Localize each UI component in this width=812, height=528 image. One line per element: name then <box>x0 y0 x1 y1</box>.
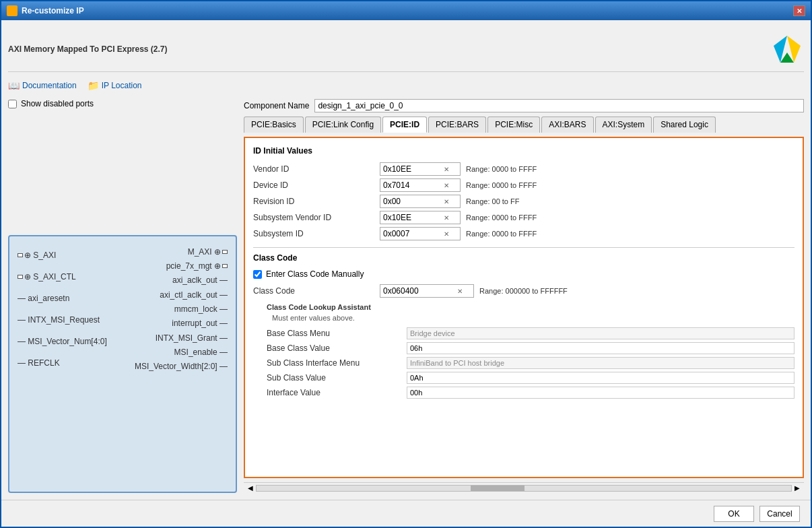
vendor-id-input-wrapper: ✕ <box>380 162 461 176</box>
port-connector <box>222 250 228 254</box>
tab-content-pcie-id: ID Initial Values Vendor ID ✕ Range: 000… <box>244 137 804 478</box>
port-connector <box>18 253 23 257</box>
enter-manually-row: Enter Class Code Manually <box>253 269 794 279</box>
tab-pcie-bars[interactable]: PCIE:BARS <box>428 117 486 133</box>
book-icon: 📖 <box>8 80 20 91</box>
scroll-right-button[interactable]: ▶ <box>792 484 803 492</box>
device-id-clear[interactable]: ✕ <box>444 182 449 189</box>
port-msi-enable: MSI_enable — <box>125 348 228 357</box>
base-class-value-input[interactable] <box>407 342 794 354</box>
subsystem-vendor-id-range: Range: 0000 to FFFF <box>466 213 537 222</box>
lookup-title: Class Code Lookup Assistant <box>267 303 794 311</box>
class-code-field-label: Class Code <box>253 286 374 296</box>
cancel-button[interactable]: Cancel <box>759 506 800 522</box>
ok-button[interactable]: OK <box>714 506 754 522</box>
subsystem-vendor-id-label: Subsystem Vendor ID <box>253 213 374 222</box>
app-title: AXI Memory Mapped To PCI Express (2.7) <box>8 44 168 54</box>
port-msi-vector-width: MSI_Vector_Width[2:0] — <box>125 362 228 371</box>
subsystem-id-input[interactable] <box>383 229 444 238</box>
interface-value-label: Interface Value <box>267 388 401 397</box>
device-id-input[interactable] <box>383 180 444 190</box>
component-name-row: Component Name <box>244 99 804 112</box>
scroll-left-button[interactable]: ◀ <box>245 484 256 492</box>
tab-shared-logic[interactable]: Shared Logic <box>653 117 716 133</box>
title-bar: Re-customize IP ✕ <box>1 1 811 20</box>
class-code-section: Class Code Enter Class Code Manually Cla… <box>253 253 794 399</box>
ports-left: ⊕ S_AXI ⊕ S_AXI_CTL — axi_aresetn — INTX… <box>15 242 123 376</box>
ip-location-label: IP Location <box>102 81 142 90</box>
sub-class-value-label: Sub Class Value <box>267 373 401 383</box>
main-window: Re-customize IP ✕ AXI Memory Mapped To P… <box>0 0 812 528</box>
tab-pcie-link-config[interactable]: PCIE:Link Config <box>305 117 381 133</box>
ports-right: M_AXI ⊕ pcie_7x_mgt ⊕ axi_aclk_out — <box>123 242 230 376</box>
vendor-id-input[interactable] <box>383 164 444 174</box>
lookup-fields-grid: Base Class Menu Base Class Value Sub Cla… <box>267 327 794 399</box>
device-id-input-wrapper: ✕ <box>380 178 461 192</box>
content-area: AXI Memory Mapped To PCI Express (2.7) 📖… <box>1 20 811 500</box>
revision-id-clear[interactable]: ✕ <box>444 198 449 205</box>
bottom-bar: OK Cancel <box>1 500 811 527</box>
port-intx-msi-grant: INTX_MSI_Grant — <box>125 333 228 343</box>
port-interrupt-out: interrupt_out — <box>125 319 228 328</box>
interface-value-input[interactable] <box>407 387 794 399</box>
class-code-field-row: Class Code ✕ Range: 000000 to FFFFFF <box>253 284 794 298</box>
vendor-id-row: ✕ Range: 0000 to FFFF <box>380 162 794 176</box>
class-code-title: Class Code <box>253 253 794 263</box>
device-id-range: Range: 0000 to FFFF <box>466 181 537 189</box>
window-title: Re-customize IP <box>22 6 84 15</box>
subsystem-vendor-id-input[interactable] <box>383 213 444 222</box>
revision-id-range: Range: 00 to FF <box>466 197 520 205</box>
port-axi-aresetn: — axi_aresetn <box>18 294 120 303</box>
ip-location-link[interactable]: 📁 IP Location <box>88 80 142 91</box>
class-code-range: Range: 000000 to FFFFFF <box>479 287 568 295</box>
documentation-link[interactable]: 📖 Documentation <box>8 80 77 91</box>
component-name-input[interactable] <box>314 99 804 112</box>
tab-axi-bars[interactable]: AXI:BARS <box>541 117 593 133</box>
sub-class-interface-menu-input[interactable] <box>407 357 794 369</box>
subsystem-id-label: Subsystem ID <box>253 229 374 238</box>
revision-id-input[interactable] <box>383 197 444 206</box>
component-inner: ⊕ S_AXI ⊕ S_AXI_CTL — axi_aresetn — INTX… <box>15 242 230 376</box>
device-id-row: ✕ Range: 0000 to FFFF <box>380 178 794 192</box>
tab-pcie-id[interactable]: PCIE:ID <box>382 117 427 133</box>
vivado-logo <box>770 32 804 66</box>
port-m-axi: M_AXI ⊕ <box>125 247 228 257</box>
subsystem-id-range: Range: 0000 to FFFF <box>466 230 537 238</box>
enter-manually-label: Enter Class Code Manually <box>266 269 364 279</box>
subsystem-id-input-wrapper: ✕ <box>380 227 461 240</box>
base-class-menu-label: Base Class Menu <box>267 329 401 338</box>
subsystem-id-clear[interactable]: ✕ <box>444 230 449 238</box>
subsystem-vendor-id-input-wrapper: ✕ <box>380 211 461 224</box>
app-title-row: AXI Memory Mapped To PCI Express (2.7) <box>8 27 804 72</box>
sub-class-value-input[interactable] <box>407 372 794 384</box>
base-class-value-label: Base Class Value <box>267 343 401 353</box>
tab-pcie-misc[interactable]: PCIE:Misc <box>487 117 540 133</box>
port-refclk: — REFCLK <box>18 358 120 368</box>
lookup-section: Class Code Lookup Assistant Must enter v… <box>267 303 794 399</box>
tab-pcie-basics[interactable]: PCIE:Basics <box>244 117 304 133</box>
port-s-axi-ctl: ⊕ S_AXI_CTL <box>18 272 120 282</box>
toolbar: 📖 Documentation 📁 IP Location <box>8 77 804 94</box>
documentation-label: Documentation <box>22 81 77 90</box>
port-axi-ctl-aclk-out: axi_ctl_aclk_out — <box>125 290 228 300</box>
port-mmcm-lock: mmcm_lock — <box>125 304 228 314</box>
title-bar-controls: ✕ <box>793 5 805 16</box>
show-disabled-ports-checkbox[interactable] <box>8 100 17 108</box>
class-code-input-wrapper: ✕ <box>380 284 474 298</box>
vendor-id-range: Range: 0000 to FFFF <box>466 165 537 173</box>
tab-axi-system[interactable]: AXI:System <box>595 117 652 133</box>
subsystem-vendor-id-row: ✕ Range: 0000 to FFFF <box>380 211 794 224</box>
port-pcie-7x-mgt: pcie_7x_mgt ⊕ <box>125 261 228 271</box>
close-button[interactable]: ✕ <box>793 5 805 16</box>
class-code-input[interactable] <box>383 286 457 296</box>
device-id-label: Device ID <box>253 180 374 190</box>
enter-manually-checkbox[interactable] <box>253 270 262 279</box>
base-class-menu-input[interactable] <box>407 327 794 339</box>
vendor-id-clear[interactable]: ✕ <box>444 166 449 173</box>
scrollbar-thumb[interactable] <box>471 486 525 491</box>
class-code-clear[interactable]: ✕ <box>457 288 463 295</box>
port-axi-aclk-out: axi_aclk_out — <box>125 275 228 285</box>
tabs-bar: PCIE:Basics PCIE:Link Config PCIE:ID PCI… <box>244 117 804 133</box>
horizontal-scrollbar[interactable]: ◀ ▶ <box>244 482 804 493</box>
subsystem-vendor-id-clear[interactable]: ✕ <box>444 214 449 222</box>
